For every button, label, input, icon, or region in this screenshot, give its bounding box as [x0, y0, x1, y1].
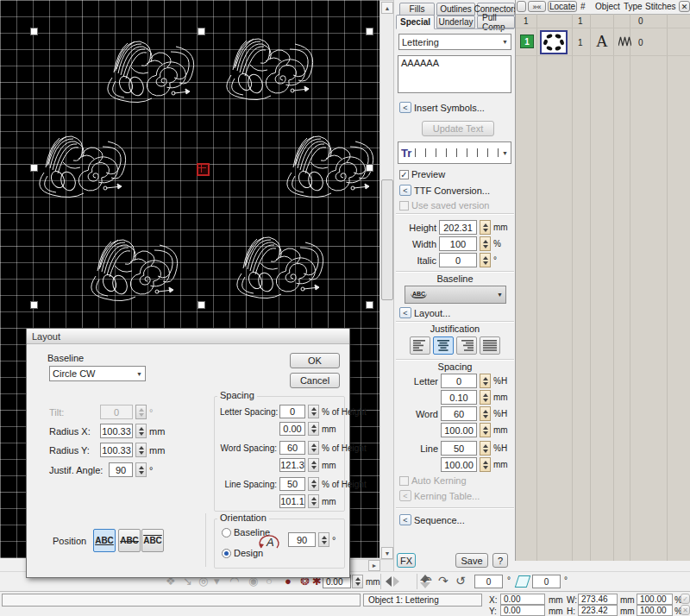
radius-y-spinner[interactable]	[135, 443, 147, 457]
tab-pull-comp[interactable]: Pull Comp	[477, 16, 515, 28]
scroll-down-button[interactable]: ▼	[381, 547, 393, 559]
y-value[interactable]: 0.00	[500, 605, 545, 616]
tab-special[interactable]: Special	[396, 15, 435, 29]
tab-underlay[interactable]: Underlay	[436, 16, 475, 28]
dialog-title-bar[interactable]: Layout	[27, 329, 349, 344]
rotate-angle-input[interactable]: 0	[474, 575, 503, 588]
rotate-right-icon[interactable]: ↷	[438, 574, 448, 588]
insert-symbols-label[interactable]: Insert Symbols...	[414, 103, 485, 113]
ttf-conversion-label[interactable]: TTF Conversion...	[414, 185, 490, 196]
dropdown-arrow-icon[interactable]: ▼	[136, 371, 145, 377]
justif-angle-input[interactable]: 90	[109, 462, 133, 477]
letter-spacing-pct-spinner[interactable]	[308, 405, 319, 418]
cancel-button[interactable]: Cancel	[290, 373, 340, 388]
tab-fills[interactable]: Fills	[399, 3, 435, 16]
design-angle-spinner[interactable]	[318, 532, 329, 547]
line-spacing-pct-spinner[interactable]	[480, 441, 491, 456]
w-value[interactable]: 273.46	[578, 594, 618, 605]
rotate-left-icon[interactable]: ↶	[422, 574, 432, 588]
canvas-horizontal-scrollbar[interactable]: ►	[348, 559, 394, 572]
word-spacing-mm-spinner[interactable]	[308, 458, 319, 472]
w-percent[interactable]: 100.00	[637, 594, 673, 605]
justify-center-button[interactable]	[433, 336, 454, 355]
lettering-text-input[interactable]: AAAAAA	[398, 55, 511, 93]
width-input[interactable]: 100	[439, 236, 477, 251]
selection-handle[interactable]	[366, 301, 373, 309]
save-button[interactable]: Save	[455, 553, 488, 568]
radius-x-input[interactable]: 100.33	[100, 424, 133, 438]
skew-angle-input[interactable]: 0	[532, 575, 561, 588]
panel-dock-button[interactable]	[517, 1, 526, 12]
tab-outlines[interactable]: Outlines	[436, 3, 475, 16]
word-spacing-pct-spinner[interactable]	[480, 406, 491, 421]
radius-x-spinner[interactable]	[135, 424, 147, 438]
word-spacing-pct-spinner[interactable]	[308, 441, 319, 455]
justif-angle-spinner[interactable]	[135, 462, 147, 477]
line-spacing-mm-input[interactable]: 100.00	[441, 457, 477, 472]
baseline-dropdown[interactable]: Circle CW ▼	[49, 366, 146, 381]
line-spacing-mm-input[interactable]: 101.1	[279, 494, 305, 508]
preview-checkbox[interactable]: ✓	[399, 170, 409, 179]
ok-button[interactable]: OK	[290, 353, 340, 368]
word-spacing-mm-input[interactable]: 121.3	[279, 458, 305, 472]
word-spacing-mm-input[interactable]: 100.00	[441, 423, 477, 437]
x-value[interactable]: 0.00	[500, 594, 545, 605]
sequence-label[interactable]: Sequence...	[414, 515, 465, 525]
radius-y-input[interactable]: 100.33	[100, 443, 133, 457]
canvas-vertical-scrollbar[interactable]: ▲ ▼	[380, 0, 394, 560]
height-spinner[interactable]	[480, 220, 491, 235]
letter-spacing-mm-spinner[interactable]	[480, 390, 491, 405]
baseline-type-dropdown[interactable]: ABC ▼	[405, 286, 506, 304]
layout-label[interactable]: Layout...	[414, 308, 450, 318]
h-value[interactable]: 223.42	[578, 605, 618, 616]
justify-left-button[interactable]	[410, 336, 430, 355]
expand-collapse-button[interactable]: »«	[528, 1, 546, 12]
line-spacing-pct-input[interactable]: 50	[441, 441, 477, 456]
line-spacing-mm-spinner[interactable]	[308, 494, 319, 508]
line-spacing-pct-input[interactable]: 50	[279, 477, 305, 491]
object-thumbnail[interactable]	[540, 30, 568, 54]
position-baseline-below-button[interactable]: ABC	[93, 529, 116, 552]
letter-spacing-pct-input[interactable]: 0	[279, 405, 305, 418]
width-spinner[interactable]	[480, 236, 491, 251]
rotate-reset-icon[interactable]: ↺	[455, 574, 466, 588]
dropdown-arrow-icon[interactable]: ▼	[502, 150, 511, 156]
object-type-dropdown[interactable]: Lettering ▼	[398, 34, 511, 50]
font-preview-dropdown[interactable]: Tr ▼	[398, 141, 511, 164]
ttf-conversion-expand-button[interactable]: <	[399, 185, 411, 196]
word-spacing-pct-input[interactable]: 60	[441, 406, 477, 421]
dropdown-arrow-icon[interactable]: ▼	[497, 292, 505, 298]
letter-spacing-pct-spinner[interactable]	[480, 374, 491, 388]
orientation-design-radio[interactable]	[222, 549, 231, 558]
design-angle-input[interactable]: 90	[288, 532, 316, 547]
scroll-up-button[interactable]: ▲	[381, 2, 393, 14]
mirror-horizontal-icon[interactable]	[386, 576, 399, 587]
word-spacing-pct-input[interactable]: 60	[279, 441, 305, 455]
scroll-right-button[interactable]: ►	[368, 560, 380, 571]
height-input[interactable]: 202.31	[439, 220, 477, 235]
line-spacing-pct-spinner[interactable]	[308, 477, 319, 491]
close-panel-button[interactable]: ✕	[679, 1, 690, 12]
color-chip[interactable]: 1	[520, 35, 534, 48]
selection-handle[interactable]	[366, 164, 373, 172]
letter-spacing-pct-input[interactable]: 0	[441, 374, 477, 388]
layout-expand-button[interactable]: <	[399, 307, 411, 318]
scroll-thumb[interactable]	[381, 179, 393, 300]
selection-handle[interactable]	[198, 28, 205, 35]
position-baseline-middle-button[interactable]: ABC	[118, 529, 141, 552]
offset-spinner[interactable]	[352, 575, 363, 588]
selection-handle[interactable]	[198, 301, 205, 309]
fx-button[interactable]: FX	[397, 553, 416, 568]
skew-icon[interactable]	[515, 575, 531, 588]
position-baseline-above-button[interactable]: ABC	[141, 529, 164, 552]
orientation-baseline-radio[interactable]	[222, 528, 231, 537]
justify-right-button[interactable]	[456, 336, 477, 355]
letter-spacing-mm-input[interactable]: 0.10	[441, 390, 477, 405]
letter-spacing-mm-input[interactable]: 0.00	[279, 422, 305, 436]
h-percent[interactable]: 100.00	[637, 605, 673, 616]
help-button[interactable]: ?	[492, 553, 508, 568]
dropdown-arrow-icon[interactable]: ▼	[502, 39, 511, 45]
letter-spacing-mm-spinner[interactable]	[308, 422, 319, 436]
selection-handle[interactable]	[30, 28, 38, 35]
justify-full-button[interactable]	[480, 336, 500, 355]
